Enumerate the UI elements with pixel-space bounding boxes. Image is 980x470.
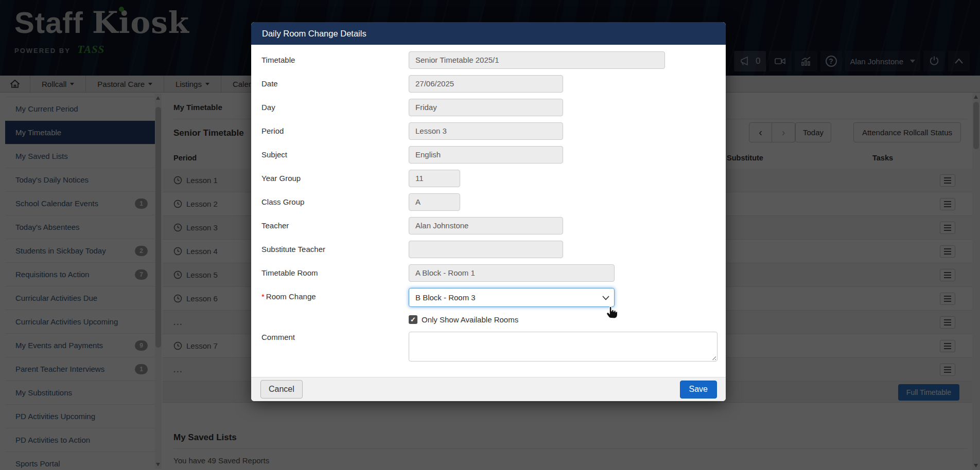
field-row-substitute-teacher: Substitute Teacher: [261, 241, 717, 258]
required-asterisk: *: [261, 292, 265, 301]
field-label: Day: [261, 99, 275, 116]
field-label: Teacher: [261, 217, 289, 234]
field-row-class-group: Class GroupA: [261, 193, 717, 211]
only-available-rooms-label: Only Show Available Rooms: [422, 315, 518, 324]
field-label: Class Group: [261, 193, 304, 211]
field-label: Subject: [261, 146, 287, 164]
field-label: Period: [261, 122, 284, 140]
field-label: Date: [261, 75, 278, 93]
field-input-timetable[interactable]: Senior Timetable 2025/1: [409, 51, 665, 69]
field-row-year-group: Year Group11: [261, 170, 717, 187]
room-change-row: *Room Change B Block - Room 3: [261, 288, 717, 308]
field-input-day[interactable]: Friday: [409, 99, 563, 116]
comment-label: Comment: [261, 333, 295, 341]
staff-kiosk-app: Staff Kiosk POWERED BY TASS 0: [0, 0, 980, 470]
field-row-date: Date27/06/2025: [261, 75, 717, 93]
field-input-period[interactable]: Lesson 3: [409, 122, 563, 140]
field-row-timetable: TimetableSenior Timetable 2025/1: [261, 51, 717, 69]
save-button[interactable]: Save: [680, 381, 717, 399]
select-chevron-icon: [602, 296, 609, 300]
field-label: Substitute Teacher: [261, 241, 325, 258]
field-input-subject[interactable]: English: [409, 146, 563, 164]
field-row-timetable-room: Timetable RoomA Block - Room 1: [261, 264, 717, 282]
field-input-timetable-room[interactable]: A Block - Room 1: [409, 264, 615, 282]
only-available-rooms-checkbox[interactable]: ✓: [409, 315, 417, 324]
room-change-select[interactable]: B Block - Room 3: [409, 288, 615, 307]
field-input-substitute-teacher[interactable]: [409, 241, 563, 258]
field-row-day: DayFriday: [261, 99, 717, 116]
field-row-subject: SubjectEnglish: [261, 146, 717, 164]
daily-room-change-modal: Daily Room Change Details TimetableSenio…: [251, 22, 726, 401]
comment-textarea[interactable]: [409, 332, 717, 361]
modal-footer: Cancel Save: [251, 377, 726, 401]
only-available-rooms-row: ✓ Only Show Available Rooms: [409, 314, 518, 324]
modal-title: Daily Room Change Details: [251, 22, 726, 45]
field-label: Timetable Room: [261, 264, 318, 282]
field-input-date[interactable]: 27/06/2025: [409, 75, 563, 93]
field-row-period: PeriodLesson 3: [261, 122, 717, 140]
field-row-teacher: TeacherAlan Johnstone: [261, 217, 717, 234]
field-input-year-group[interactable]: 11: [409, 170, 460, 187]
field-label: Timetable: [261, 51, 295, 69]
field-input-class-group[interactable]: A: [409, 193, 460, 211]
field-label: Year Group: [261, 170, 301, 187]
room-change-label: *Room Change: [261, 288, 316, 305]
field-input-teacher[interactable]: Alan Johnstone: [409, 217, 563, 234]
cancel-button[interactable]: Cancel: [260, 380, 303, 399]
